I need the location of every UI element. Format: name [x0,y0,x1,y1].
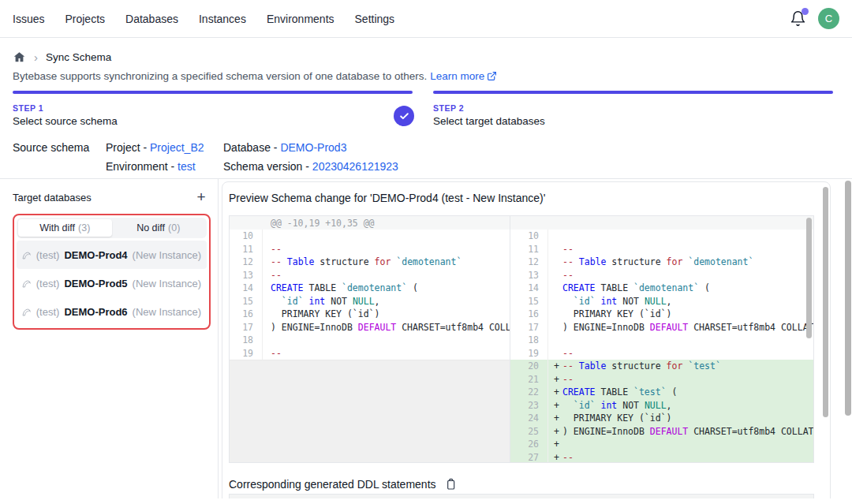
diff-line: 20+-- Table structure for `test` [510,360,813,373]
diff-line: 14CREATE TABLE `demotenant` ( [230,282,510,295]
diff-filter-tabs: With diff (3) No diff (0) [17,218,207,238]
diff-filter-tab[interactable]: With diff (3) [18,219,112,237]
code-text: PRIMARY KEY (`id`) [263,308,379,321]
diff-pane-original: @@ -10,19 +10,35 @@ 1011--12-- Table str… [230,216,510,462]
nav-link-databases[interactable]: Databases [125,13,178,25]
target-database-item[interactable]: (test) DEMO-Prod6 (New Instance) [17,297,207,326]
learn-more-link[interactable]: Learn more [430,70,497,82]
main-area: Target databases + With diff (3) No diff… [0,178,852,498]
database-link[interactable]: DEMO-Prod3 [280,141,346,154]
code-text: `id` int NOT NULL, [560,399,672,413]
steps: STEP 1 Select source schema STEP 2 Selec… [13,91,839,127]
top-nav: Issues Projects Databases Instances Envi… [0,0,852,38]
editor-scrollbar-thumb[interactable] [806,218,812,338]
nav-link-projects[interactable]: Projects [65,13,105,25]
notification-dot [802,8,809,15]
line-number: 13 [510,269,548,282]
environment-link[interactable]: test [178,160,196,173]
diff-line: 10 [510,230,813,243]
source-project-field: Project - Project_B2 [106,141,223,154]
line-number: 10 [230,230,263,243]
db-suffix: (New Instance) [133,249,201,261]
code-text: CREATE TABLE `demotenant` ( [560,282,710,295]
mysql-icon [22,306,32,318]
tab-label: No diff [136,222,165,233]
schema-version-link[interactable]: 20230426121923 [312,160,398,173]
line-number: 23 [510,399,548,413]
diff-line: 26+ [510,438,813,451]
nav-link-issues[interactable]: Issues [13,13,44,25]
nav-link-instances[interactable]: Instances [199,13,246,25]
diff-hunk-header-right [510,216,813,230]
intro-text: Bytebase supports synchronizing a specif… [13,70,839,82]
diff-line: 11-- [230,243,510,256]
code-text [263,334,271,347]
tab-label: With diff [39,222,75,233]
field-name: Environment [106,160,168,173]
line-number: 12 [510,256,548,269]
diff-line: 12-- Table structure for `demotenant` [230,256,510,269]
target-database-item[interactable]: (test) DEMO-Prod5 (New Instance) [17,269,207,297]
code-text: -- [560,269,574,282]
preview-card-scrollbar-thumb[interactable] [823,187,828,417]
preview-title: Preview Schema change for 'DEMO-Prod4 (t… [229,191,824,206]
db-environment: (test) [36,306,60,318]
diff-prefix: + [548,425,560,439]
page-scrollbar-thumb[interactable] [845,181,851,416]
diff-prefix: + [548,438,560,451]
home-icon[interactable] [13,50,26,64]
ddl-label: Corresponding generated DDL statements [229,478,436,491]
tab-count: (0) [168,222,180,233]
line-number: 10 [510,230,548,243]
diff-line: 18 [510,334,813,347]
diff-line: 19-- [230,347,510,360]
nav-right: C [790,8,839,29]
step-2: STEP 2 Select target databases [433,91,833,127]
add-target-database-button[interactable]: + [192,188,211,207]
target-database-list: (test) DEMO-Prod4 (New Instance) (test) … [17,241,207,326]
target-database-item[interactable]: (test) DEMO-Prod4 (New Instance) [17,241,207,269]
diff-line: 17) ENGINE=InnoDB DEFAULT CHARSET=utf8mb… [510,321,813,334]
avatar[interactable]: C [818,8,839,29]
diff-line: 21+-- [510,373,813,386]
diff-filler-region [230,360,510,462]
project-link[interactable]: Project_B2 [150,141,204,154]
notifications-bell-button[interactable] [790,10,807,28]
line-number: 21 [510,373,548,386]
code-text: CREATE TABLE `demotenant` ( [263,282,418,295]
nav-link-environments[interactable]: Environments [267,13,334,25]
line-number: 18 [510,334,548,347]
code-text: PRIMARY KEY (`id`) [560,308,671,321]
code-text: -- Table structure for `demotenant` [560,256,753,269]
diff-prefix [548,295,560,308]
line-number: 25 [510,425,548,439]
code-text [560,334,562,347]
diff-line: 14CREATE TABLE `demotenant` ( [510,282,813,295]
diff-prefix [548,334,560,347]
diff-prefix: + [548,412,560,425]
field-name: Project [106,141,140,154]
line-number: 26 [510,438,548,451]
line-number: 19 [510,347,548,360]
nav-link-settings[interactable]: Settings [355,13,395,25]
source-environment-field: Environment - test [106,160,223,173]
step-2-progress-bar [433,91,833,94]
schema-diff-editor[interactable]: @@ -10,19 +10,35 @@ 1011--12-- Table str… [229,215,814,463]
diff-line: 18 [230,334,510,347]
hunk-header-text: @@ -10,19 +10,35 @@ [230,218,375,229]
line-number: 27 [510,451,548,463]
diff-line: 12-- Table structure for `demotenant` [510,256,813,269]
line-number: 14 [230,282,263,295]
code-text: -- [560,243,574,256]
code-text: `id` int NOT NULL, [263,295,380,308]
diff-prefix [548,269,560,282]
step-1-title: Select source schema [13,115,413,127]
line-number: 13 [230,269,263,282]
tab-count: (3) [78,222,90,233]
line-number: 16 [230,308,263,321]
diff-line: 15 `id` int NOT NULL, [510,295,813,308]
diff-filter-tab[interactable]: No diff (0) [112,219,206,237]
diff-prefix: + [548,373,560,386]
diff-prefix: + [548,399,560,413]
copy-ddl-button[interactable] [443,477,458,491]
